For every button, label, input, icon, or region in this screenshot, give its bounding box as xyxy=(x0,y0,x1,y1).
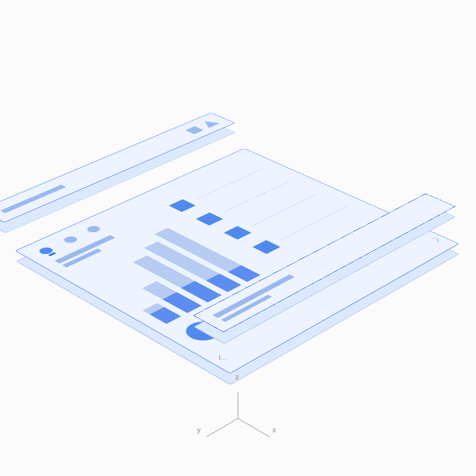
tile[interactable] xyxy=(196,213,223,226)
heading-line-1 xyxy=(54,235,115,264)
axis-y-label: y xyxy=(197,426,201,434)
axis-gizmo: z x y xyxy=(238,410,239,411)
tab-2[interactable] xyxy=(61,235,80,245)
tile[interactable] xyxy=(223,226,251,240)
tile[interactable] xyxy=(253,241,280,255)
axis-z-label: z xyxy=(235,373,239,381)
chevron-left-icon[interactable] xyxy=(219,356,227,360)
svg-line-1 xyxy=(238,418,270,437)
svg-line-2 xyxy=(206,418,238,437)
tile[interactable] xyxy=(169,200,195,212)
chevron-right-icon[interactable] xyxy=(430,239,438,242)
toolbar-title xyxy=(0,185,66,214)
triangle-icon[interactable] xyxy=(199,119,220,128)
axis-x-label: x xyxy=(272,426,276,434)
square-icon[interactable] xyxy=(185,126,204,134)
tab-3[interactable] xyxy=(85,225,103,234)
